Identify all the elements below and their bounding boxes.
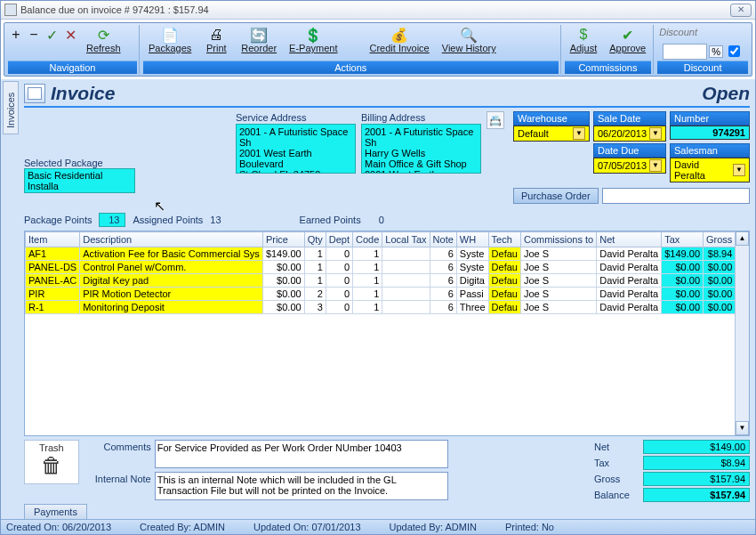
assigned-points-label: Assigned Points <box>133 215 203 225</box>
col-header[interactable]: Tech <box>488 232 520 247</box>
plus-icon: + <box>12 27 20 43</box>
credit-invoice-button[interactable]: 💰Credit Invoice <box>364 25 434 55</box>
discount-group-label: Discount <box>657 61 748 74</box>
nav-cancel-button[interactable]: ✕ <box>62 25 79 45</box>
grid-scrollbar[interactable]: ▲ ▼ <box>735 231 749 435</box>
col-header[interactable]: Note <box>430 232 456 247</box>
tax-label: Tax <box>594 458 643 468</box>
epayment-button[interactable]: 💲E-Payment <box>284 25 342 55</box>
col-header[interactable]: Price <box>262 232 304 247</box>
bottom-tabs: Payments <box>24 504 750 519</box>
ribbon: + − ✓ ✕ ⟳Refresh Navigation 📄Packages 🖨P… <box>4 22 752 77</box>
print-button[interactable]: 🖨Print <box>198 25 234 55</box>
nav-accept-button[interactable]: ✓ <box>44 25 60 45</box>
internal-note-input[interactable] <box>155 472 448 500</box>
col-header[interactable]: Gross <box>704 232 735 247</box>
actions-group-label: Actions <box>143 61 559 74</box>
status-updated-on: Updated On: 07/01/2013 <box>253 522 360 532</box>
approve-button[interactable]: ✔Approve <box>604 25 651 55</box>
adjust-icon: $ <box>579 27 587 43</box>
internal-note-label: Internal Note <box>84 472 151 484</box>
col-header[interactable]: Item <box>26 232 80 247</box>
nav-remove-button[interactable]: − <box>26 25 42 45</box>
table-row[interactable]: PANEL-DSControl Panel w/Comm.$0.001016Sy… <box>26 261 736 274</box>
purchase-order-input[interactable] <box>602 188 750 204</box>
check-icon: ✓ <box>46 27 58 43</box>
table-row[interactable]: R-1Monitoring Deposit$0.003016ThreeDefau… <box>26 301 736 314</box>
packages-button[interactable]: 📄Packages <box>143 25 197 55</box>
purchase-order-button[interactable]: Purchase Order <box>513 188 599 204</box>
col-header[interactable]: Commissions to <box>520 232 596 247</box>
comments-label: Comments <box>84 440 151 452</box>
salesman-select[interactable]: David Peralta▼ <box>670 158 750 182</box>
tax-value: $8.94 <box>643 456 750 470</box>
invoices-sidetab[interactable]: Invoices <box>3 81 19 134</box>
table-row[interactable]: PIRPIR Motion Detector$0.002016PassiDefa… <box>26 288 736 301</box>
close-button[interactable]: ✕ <box>730 4 752 17</box>
page-header: Invoice Open <box>24 83 750 108</box>
col-header[interactable]: Tax <box>662 232 704 247</box>
col-header[interactable]: Dept <box>326 232 352 247</box>
service-address-label: Service Address <box>236 111 356 124</box>
table-row[interactable]: PANEL-ACDigital Key pad$0.001016DigitaDe… <box>26 274 736 288</box>
view-history-button[interactable]: 🔍View History <box>437 25 502 55</box>
app-icon <box>4 4 17 16</box>
refresh-button[interactable]: ⟳Refresh <box>81 25 126 55</box>
billing-address[interactable]: 2001 - A Futuristic Space Sh Harry G Wel… <box>361 124 481 174</box>
window-title: Balance due on invoice # 974291 : $157.9… <box>20 4 209 15</box>
col-header[interactable]: Local Tax <box>382 232 430 247</box>
date-due-label: Date Due <box>593 143 666 158</box>
net-value: $149.00 <box>643 440 750 454</box>
discount-title: Discount <box>659 27 697 37</box>
comments-input[interactable] <box>155 440 448 468</box>
scroll-down-icon[interactable]: ▼ <box>736 421 749 435</box>
scroll-up-icon[interactable]: ▲ <box>736 231 749 246</box>
col-header[interactable]: Code <box>353 232 382 247</box>
col-header[interactable]: Net <box>597 232 662 247</box>
address-card-icon[interactable]: 📇 <box>487 111 504 129</box>
trash-icon: 🗑 <box>39 453 64 478</box>
discount-percent-button[interactable]: % <box>709 45 723 58</box>
col-header[interactable]: WH <box>456 232 488 247</box>
chevron-down-icon: ▼ <box>649 159 662 172</box>
titlebar[interactable]: Balance due on invoice # 974291 : $157.9… <box>1 1 755 20</box>
chevron-down-icon: ▼ <box>573 127 585 140</box>
nav-add-button[interactable]: + <box>8 25 24 45</box>
commissions-group-label: Commissions <box>565 61 652 74</box>
package-points-value: 13 <box>99 213 125 227</box>
sale-date-label: Sale Date <box>593 111 666 126</box>
print-icon: 🖨 <box>209 27 223 43</box>
sale-date-input[interactable]: 06/20/2013▼ <box>593 126 666 142</box>
date-due-input[interactable]: 07/05/2013▼ <box>593 158 666 174</box>
nav-group-label: Navigation <box>8 61 137 74</box>
reorder-icon: 🔄 <box>250 27 268 43</box>
tab-payments[interactable]: Payments <box>24 504 87 519</box>
service-address[interactable]: 2001 - A Futuristic Space Sh 2001 West E… <box>236 124 356 174</box>
refresh-icon: ⟳ <box>98 27 109 43</box>
salesman-label: Salesman <box>670 143 750 158</box>
balance-label: Balance <box>594 490 643 500</box>
page-title: Invoice <box>51 83 702 104</box>
history-icon: 🔍 <box>460 27 478 43</box>
warehouse-select[interactable]: Default▼ <box>513 126 590 142</box>
discount-input[interactable] <box>663 44 707 60</box>
invoice-icon <box>24 84 45 103</box>
status-created-on: Created On: 06/20/2013 <box>6 522 111 532</box>
net-label: Net <box>594 442 643 452</box>
status-bar: Created On: 06/20/2013 Created By: ADMIN… <box>1 519 755 534</box>
invoice-window: Balance due on invoice # 974291 : $157.9… <box>0 0 756 535</box>
warehouse-label: Warehouse <box>513 111 590 126</box>
trash-zone[interactable]: Trash 🗑 <box>24 440 79 484</box>
col-header[interactable]: Description <box>80 232 263 247</box>
chevron-down-icon: ▼ <box>733 164 745 176</box>
invoice-number: 974291 <box>670 126 750 140</box>
reorder-button[interactable]: 🔄Reorder <box>236 25 282 55</box>
selected-package-value[interactable]: Basic Residential Installa <box>24 168 135 193</box>
line-items-grid[interactable]: ItemDescriptionPriceQtyDeptCodeLocal Tax… <box>24 231 750 436</box>
table-row[interactable]: AF1Activation Fee for Basic Commercial S… <box>26 247 736 261</box>
discount-checkbox[interactable] <box>728 45 740 57</box>
earned-points-label: Earned Points <box>300 215 361 225</box>
approve-icon: ✔ <box>622 27 633 43</box>
adjust-button[interactable]: $Adjust <box>565 25 603 55</box>
col-header[interactable]: Qty <box>304 232 326 247</box>
